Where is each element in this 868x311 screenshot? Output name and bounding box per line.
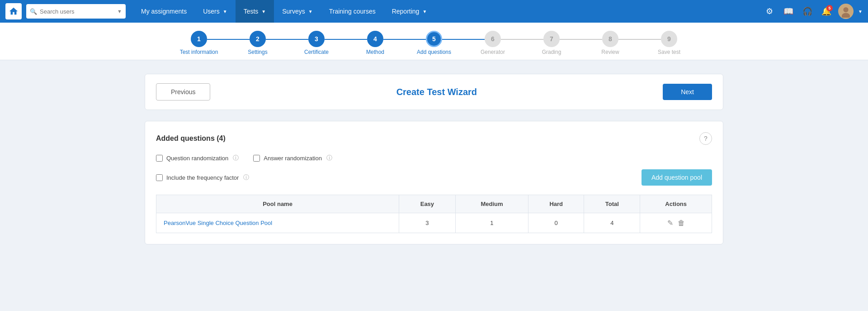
- avatar[interactable]: [838, 4, 854, 19]
- step-circle-3: 3: [308, 31, 325, 47]
- wizard-step-5[interactable]: 5Add questions: [405, 31, 463, 55]
- step-circle-4: 4: [367, 31, 383, 47]
- search-dropdown-arrow[interactable]: ▼: [117, 9, 122, 14]
- nav-item-users[interactable]: Users ▼: [195, 0, 235, 23]
- pool-table-body: PearsonVue Single Choice Question Pool31…: [156, 213, 712, 233]
- pool-medium-cell: 1: [455, 213, 528, 233]
- questions-header: Added questions (4) ?: [156, 132, 712, 145]
- wizard-nav-card: Previous Create Test Wizard Next: [145, 74, 723, 110]
- avatar-dropdown-arrow[interactable]: ▼: [858, 9, 863, 14]
- wizard-step-9[interactable]: 9Save test: [640, 31, 698, 55]
- frequency-and-pool-row: Include the frequency factor ⓘ Add quest…: [156, 169, 712, 186]
- pool-actions-cell: ✎🗑: [640, 213, 712, 233]
- wizard-step-7[interactable]: 7Grading: [522, 31, 581, 55]
- delete-icon[interactable]: 🗑: [678, 219, 685, 227]
- table-header-easy: Easy: [399, 195, 456, 213]
- frequency-factor-label[interactable]: Include the frequency factor ⓘ: [156, 173, 249, 182]
- nav-item-surveys[interactable]: Surveys ▼: [274, 0, 321, 23]
- table-header-medium: Medium: [455, 195, 528, 213]
- step-label-6: Generator: [481, 49, 505, 55]
- step-circle-2: 2: [250, 31, 266, 47]
- step-label-7: Grading: [542, 49, 561, 55]
- answer-randomization-label[interactable]: Answer randomization ⓘ: [253, 154, 332, 162]
- tests-arrow-icon: ▼: [261, 9, 266, 14]
- answer-randomization-info-icon[interactable]: ⓘ: [326, 154, 332, 162]
- table-header-total: Total: [584, 195, 640, 213]
- step-label-2: Settings: [248, 49, 267, 55]
- wizard-step-8[interactable]: 8Review: [581, 31, 640, 55]
- question-randomization-info-icon[interactable]: ⓘ: [233, 154, 239, 162]
- action-icons: ✎🗑: [647, 219, 704, 227]
- book-icon[interactable]: 📖: [781, 4, 796, 19]
- step-circle-5: 5: [426, 31, 442, 47]
- table-row: PearsonVue Single Choice Question Pool31…: [156, 213, 712, 233]
- question-randomization-label[interactable]: Question randomization ⓘ: [156, 154, 239, 162]
- pool-table: Pool nameEasyMediumHardTotalActions Pear…: [156, 195, 712, 233]
- step-label-5: Add questions: [417, 49, 451, 55]
- pool-easy-cell: 3: [399, 213, 456, 233]
- wizard-step-4[interactable]: 4Method: [346, 31, 405, 55]
- wizard-step-6[interactable]: 6Generator: [463, 31, 522, 55]
- nav-item-reporting[interactable]: Reporting ▼: [384, 0, 435, 23]
- table-header-hard: Hard: [528, 195, 584, 213]
- previous-button[interactable]: Previous: [156, 83, 210, 100]
- question-randomization-checkbox[interactable]: [156, 155, 163, 162]
- nav-item-training-courses[interactable]: Training courses: [321, 0, 384, 23]
- notifications-icon[interactable]: 🔔 5: [819, 4, 834, 19]
- main-content: Previous Create Test Wizard Next Added q…: [118, 60, 750, 258]
- pool-table-header: Pool nameEasyMediumHardTotalActions: [156, 195, 712, 213]
- frequency-factor-info-icon[interactable]: ⓘ: [243, 173, 249, 182]
- wizard-step-3[interactable]: 3Certificate: [287, 31, 346, 55]
- table-header-actions: Actions: [640, 195, 712, 213]
- step-label-4: Method: [366, 49, 384, 55]
- questions-card: Added questions (4) ? Question randomiza…: [145, 121, 723, 244]
- search-icon: 🔍: [30, 8, 37, 15]
- nav-item-tests[interactable]: Tests ▼: [236, 0, 274, 23]
- nav-links: My assignments Users ▼ Tests ▼ Surveys ▼…: [133, 0, 762, 23]
- help-icon[interactable]: ?: [699, 132, 712, 145]
- randomization-options: Question randomization ⓘ Answer randomiz…: [156, 154, 712, 162]
- reporting-arrow-icon: ▼: [422, 9, 427, 14]
- nav-right-icons: ⚙ 📖 🎧 🔔 5 ▼: [762, 4, 863, 19]
- search-input[interactable]: [40, 8, 110, 15]
- frequency-factor-checkbox[interactable]: [156, 174, 163, 181]
- home-button[interactable]: [5, 3, 22, 19]
- search-bar[interactable]: 🔍 ▼: [26, 4, 126, 19]
- step-circle-7: 7: [543, 31, 560, 47]
- edit-icon[interactable]: ✎: [667, 219, 673, 227]
- step-circle-1: 1: [191, 31, 207, 47]
- questions-title: Added questions (4): [156, 134, 226, 143]
- step-label-3: Certificate: [304, 49, 329, 55]
- wizard-step-1[interactable]: 1Test information: [170, 31, 228, 55]
- wizard-steps: 1Test information2Settings3Certificate4M…: [0, 23, 868, 60]
- headset-icon[interactable]: 🎧: [800, 4, 815, 19]
- pool-table-header-row: Pool nameEasyMediumHardTotalActions: [156, 195, 712, 213]
- table-header-pool-name: Pool name: [156, 195, 399, 213]
- wizard-title: Create Test Wizard: [396, 87, 477, 97]
- pool-hard-cell: 0: [528, 213, 584, 233]
- navbar: 🔍 ▼ My assignments Users ▼ Tests ▼ Surve…: [0, 0, 868, 23]
- step-circle-9: 9: [661, 31, 677, 47]
- answer-randomization-checkbox[interactable]: [253, 155, 260, 162]
- nav-item-my-assignments[interactable]: My assignments: [133, 0, 195, 23]
- step-circle-8: 8: [602, 31, 618, 47]
- settings-icon[interactable]: ⚙: [762, 4, 777, 19]
- step-label-8: Review: [601, 49, 619, 55]
- pool-name-cell: PearsonVue Single Choice Question Pool: [156, 213, 399, 233]
- pool-total-cell: 4: [584, 213, 640, 233]
- next-button[interactable]: Next: [663, 84, 712, 100]
- step-label-1: Test information: [180, 49, 218, 55]
- step-circle-6: 6: [485, 31, 501, 47]
- notification-badge: 5: [826, 5, 833, 11]
- users-arrow-icon: ▼: [223, 9, 227, 14]
- wizard-step-2[interactable]: 2Settings: [228, 31, 287, 55]
- svg-point-1: [843, 7, 848, 12]
- add-question-pool-button[interactable]: Add question pool: [642, 169, 712, 186]
- pool-name-link[interactable]: PearsonVue Single Choice Question Pool: [164, 220, 272, 226]
- step-label-9: Save test: [658, 49, 680, 55]
- surveys-arrow-icon: ▼: [308, 9, 313, 14]
